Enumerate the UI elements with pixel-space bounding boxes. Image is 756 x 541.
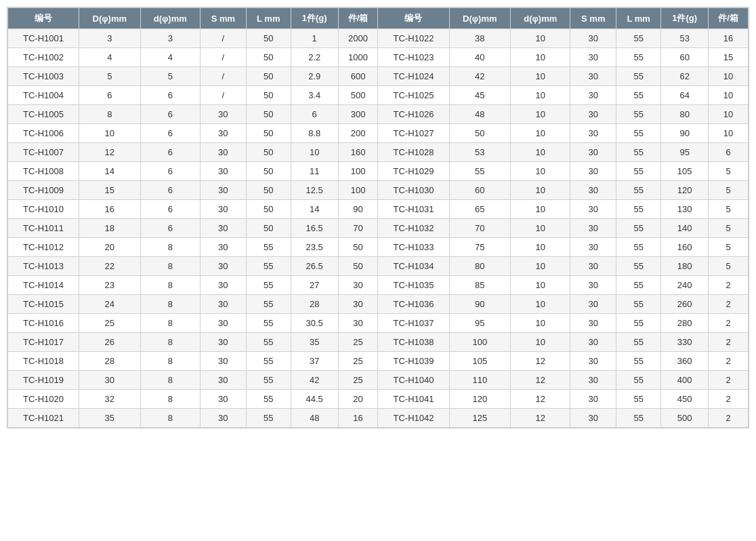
cell-r1-c10: 30 [570, 48, 616, 67]
cell-r0-c10: 30 [570, 29, 616, 48]
cell-r13-c8: 85 [449, 276, 511, 295]
cell-r20-c3: 30 [201, 409, 247, 428]
cell-r19-c9: 12 [511, 390, 570, 409]
table-body: TC-H100133/5012000TC-H1022381030555316TC… [8, 29, 749, 428]
cell-r4-c8: 48 [449, 105, 511, 124]
cell-r19-c13: 2 [709, 390, 749, 409]
cell-r7-c12: 105 [661, 162, 709, 181]
cell-r14-c3: 30 [201, 295, 247, 314]
cell-r11-c10: 30 [570, 238, 616, 257]
cell-r10-c2: 6 [140, 219, 200, 238]
cell-r4-c7: TC-H1026 [378, 105, 449, 124]
cell-r6-c8: 53 [449, 143, 511, 162]
cell-r18-c10: 30 [570, 371, 616, 390]
cell-r12-c13: 5 [709, 257, 749, 276]
cell-r11-c12: 160 [661, 238, 709, 257]
cell-r5-c0: TC-H1006 [8, 124, 79, 143]
cell-r20-c7: TC-H1042 [378, 409, 449, 428]
cell-r19-c5: 44.5 [291, 390, 338, 409]
table-row: TC-H1013228305526.550TC-H103480103055180… [8, 257, 749, 276]
cell-r5-c1: 10 [79, 124, 141, 143]
cell-r17-c5: 37 [291, 352, 338, 371]
cell-r17-c2: 8 [140, 352, 200, 371]
cell-r8-c10: 30 [570, 181, 616, 200]
cell-r19-c12: 450 [661, 390, 709, 409]
cell-r1-c12: 60 [661, 48, 709, 67]
cell-r5-c7: TC-H1027 [378, 124, 449, 143]
cell-r14-c4: 55 [246, 295, 291, 314]
cell-r20-c4: 55 [246, 409, 291, 428]
cell-r15-c6: 30 [338, 314, 378, 333]
cell-r3-c5: 3.4 [291, 86, 338, 105]
cell-r7-c10: 30 [570, 162, 616, 181]
cell-r19-c0: TC-H1020 [8, 390, 79, 409]
cell-r6-c5: 10 [291, 143, 338, 162]
cell-r17-c11: 55 [616, 352, 661, 371]
cell-r14-c12: 260 [661, 295, 709, 314]
cell-r12-c11: 55 [616, 257, 661, 276]
table-row: TC-H100133/5012000TC-H1022381030555316 [8, 29, 749, 48]
cell-r6-c9: 10 [511, 143, 570, 162]
cell-r3-c9: 10 [511, 86, 570, 105]
cell-r20-c6: 16 [338, 409, 378, 428]
cell-r17-c4: 55 [246, 352, 291, 371]
table-row: TC-H1020328305544.520TC-H104112012305545… [8, 390, 749, 409]
cell-r15-c4: 55 [246, 314, 291, 333]
cell-r18-c6: 25 [338, 371, 378, 390]
cell-r4-c3: 30 [201, 105, 247, 124]
cell-r1-c9: 10 [511, 48, 570, 67]
cell-r14-c10: 30 [570, 295, 616, 314]
cell-r8-c8: 60 [449, 181, 511, 200]
cell-r4-c9: 10 [511, 105, 570, 124]
cell-r2-c5: 2.9 [291, 67, 338, 86]
table-row: TC-H100610630508.8200TC-H102750103055901… [8, 124, 749, 143]
cell-r17-c9: 12 [511, 352, 570, 371]
cell-r12-c4: 55 [246, 257, 291, 276]
cell-r14-c11: 55 [616, 295, 661, 314]
cell-r20-c12: 500 [661, 409, 709, 428]
cell-r13-c11: 55 [616, 276, 661, 295]
cell-r1-c3: / [201, 48, 247, 67]
cell-r5-c6: 200 [338, 124, 378, 143]
cell-r18-c11: 55 [616, 371, 661, 390]
cell-r17-c13: 2 [709, 352, 749, 371]
cell-r4-c11: 55 [616, 105, 661, 124]
cell-r13-c0: TC-H1014 [8, 276, 79, 295]
cell-r17-c7: TC-H1039 [378, 352, 449, 371]
cell-r0-c3: / [201, 29, 247, 48]
cell-r14-c6: 30 [338, 295, 378, 314]
table-row: TC-H101423830552730TC-H1035851030552402 [8, 276, 749, 295]
cell-r10-c1: 18 [79, 219, 141, 238]
cell-r6-c7: TC-H1028 [378, 143, 449, 162]
cell-r12-c2: 8 [140, 257, 200, 276]
cell-r3-c0: TC-H1004 [8, 86, 79, 105]
cell-r11-c8: 75 [449, 238, 511, 257]
cell-r15-c12: 280 [661, 314, 709, 333]
table-row: TC-H1007126305010160TC-H102853103055956 [8, 143, 749, 162]
cell-r3-c10: 30 [570, 86, 616, 105]
cell-r20-c11: 55 [616, 409, 661, 428]
cell-r6-c10: 30 [570, 143, 616, 162]
cell-r0-c11: 55 [616, 29, 661, 48]
cell-r20-c2: 8 [140, 409, 200, 428]
cell-r6-c11: 55 [616, 143, 661, 162]
table-row: TC-H102135830554816TC-H10421251230555002 [8, 409, 749, 428]
cell-r10-c3: 30 [201, 219, 247, 238]
header-col-3: S mm [201, 8, 247, 29]
cell-r7-c11: 55 [616, 162, 661, 181]
cell-r7-c4: 50 [246, 162, 291, 181]
header-col-4: L mm [246, 8, 291, 29]
cell-r12-c12: 180 [661, 257, 709, 276]
cell-r7-c3: 30 [201, 162, 247, 181]
cell-r11-c9: 10 [511, 238, 570, 257]
cell-r6-c12: 95 [661, 143, 709, 162]
cell-r15-c11: 55 [616, 314, 661, 333]
cell-r10-c5: 16.5 [291, 219, 338, 238]
header-col-5: 1件(g) [291, 8, 338, 29]
cell-r16-c0: TC-H1017 [8, 333, 79, 352]
cell-r6-c4: 50 [246, 143, 291, 162]
cell-r7-c13: 5 [709, 162, 749, 181]
cell-r8-c9: 10 [511, 181, 570, 200]
cell-r18-c7: TC-H1040 [378, 371, 449, 390]
table-row: TC-H101726830553525TC-H10381001030553302 [8, 333, 749, 352]
